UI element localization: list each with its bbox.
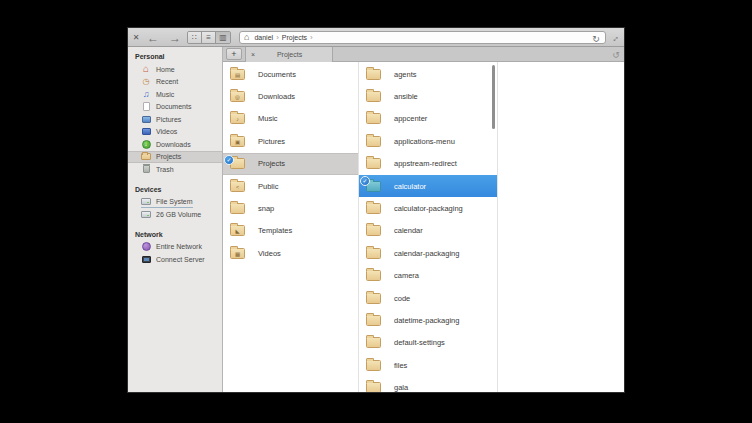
folder-row-datetime-packaging[interactable]: datetime-packaging — [359, 309, 497, 331]
folder-row-ansible[interactable]: ansible — [359, 85, 497, 107]
server-screen-icon — [141, 254, 151, 264]
folder-label: datetime-packaging — [394, 316, 459, 325]
forward-icon[interactable]: → — [164, 28, 186, 47]
folder-label: applications-menu — [394, 137, 455, 146]
sidebar-item-trash[interactable]: Trash — [128, 163, 222, 176]
folder-icon: ◎ — [230, 91, 245, 102]
column-view-icon[interactable]: ▥ — [216, 32, 230, 43]
folder-icon: ▣ — [230, 136, 245, 147]
sidebar-item-label: Documents — [156, 103, 191, 110]
folder-row-calendar-packaging[interactable]: calendar-packaging — [359, 242, 497, 264]
expand-glyph: ↔ — [607, 31, 620, 44]
folder-row-music[interactable]: ♪ Music — [223, 108, 358, 130]
drive-icon — [141, 197, 151, 207]
miller-columns: ▤ Documents ◎ Downloads ♪ Music ▣ Pictur… — [223, 62, 625, 393]
folder-row-files[interactable]: files — [359, 354, 497, 376]
folder-label: camera — [394, 271, 419, 280]
folder-label: files — [394, 361, 407, 370]
sidebar-item-recent[interactable]: ◷ Recent — [128, 76, 222, 89]
music-icon: ♫ — [141, 89, 151, 99]
folder-icon — [366, 91, 381, 102]
folder-row-downloads[interactable]: ◎ Downloads — [223, 85, 358, 107]
folder-icon — [366, 293, 381, 304]
add-tab-button[interactable]: + — [226, 48, 242, 60]
check-badge-icon: ✓ — [224, 155, 234, 165]
sidebar-item-entire-network[interactable]: Entire Network — [128, 241, 222, 254]
sidebar-item-volume[interactable]: 26 GB Volume — [128, 208, 222, 221]
breadcrumb-daniel[interactable]: daniel — [252, 34, 275, 41]
window-close-icon[interactable]: ✕ — [130, 28, 142, 47]
folder-row-default-settings[interactable]: default-settings — [359, 332, 497, 354]
sidebar-item-label: Music — [156, 91, 174, 98]
folder-row-applications-menu[interactable]: applications-menu — [359, 130, 497, 152]
folder-label: calculator-packaging — [394, 204, 463, 213]
home-icon: ⌂ — [244, 33, 249, 42]
folder-row-appstream-redirect[interactable]: appstream-redirect — [359, 153, 497, 175]
folder-row-documents[interactable]: ▤ Documents — [223, 63, 358, 85]
folder-icon — [366, 203, 381, 214]
folder-row-snap[interactable]: snap — [223, 197, 358, 219]
folder-row-code[interactable]: code — [359, 287, 497, 309]
pictures-icon — [141, 114, 151, 124]
folder-label: Documents — [258, 70, 296, 79]
sidebar-item-connect-server[interactable]: Connect Server — [128, 253, 222, 266]
sidebar-item-music[interactable]: ♫ Music — [128, 88, 222, 101]
folder-row-videos[interactable]: ▦ Videos — [223, 242, 358, 264]
sidebar-item-projects[interactable]: Projects — [128, 151, 222, 164]
list-view-icon[interactable]: ≡ — [202, 32, 216, 43]
sidebar-item-label: Recent — [156, 78, 178, 85]
sidebar-item-file-system[interactable]: File System — [128, 196, 222, 209]
column-home: ▤ Documents ◎ Downloads ♪ Music ▣ Pictur… — [223, 62, 359, 393]
sidebar-item-videos[interactable]: Videos — [128, 126, 222, 139]
folder-icon — [366, 136, 381, 147]
folder-row-public[interactable]: < Public — [223, 175, 358, 197]
tab-projects[interactable]: × Projects — [245, 47, 333, 62]
reload-icon[interactable]: ↻ — [590, 32, 602, 45]
path-bar[interactable]: ⌂ daniel › Projects › ↻ — [239, 31, 606, 44]
sidebar-item-pictures[interactable]: Pictures — [128, 113, 222, 126]
drive-icon — [141, 209, 151, 219]
sidebar-item-label: Projects — [156, 153, 181, 160]
toolbar: ✕ ← → ∷ ≡ ▥ ⌂ daniel › Projects › ↻ ↔ — [128, 28, 624, 47]
folder-label: Public — [258, 182, 278, 191]
expand-window-icon[interactable]: ↔ — [607, 28, 621, 47]
folder-label: calendar — [394, 226, 423, 235]
back-icon[interactable]: ← — [142, 28, 164, 47]
folder-icon — [366, 360, 381, 371]
folder-row-calculator-selected[interactable]: ✓ calculator — [359, 175, 497, 197]
sidebar: Personal ⌂ Home ◷ Recent ♫ Music Documen… — [128, 47, 223, 393]
sidebar-item-label: File System — [156, 198, 193, 205]
folder-row-calculator-packaging[interactable]: calculator-packaging — [359, 197, 497, 219]
sidebar-item-downloads[interactable]: ↓ Downloads — [128, 138, 222, 151]
folder-row-pictures[interactable]: ▣ Pictures — [223, 130, 358, 152]
folder-icon — [366, 113, 381, 124]
sidebar-item-label: Trash — [156, 166, 174, 173]
sidebar-item-documents[interactable]: Documents — [128, 101, 222, 114]
folder-row-calendar[interactable]: calendar — [359, 220, 497, 242]
sidebar-item-home[interactable]: ⌂ Home — [128, 63, 222, 76]
document-icon — [141, 102, 151, 112]
folder-label: calendar-packaging — [394, 249, 459, 258]
folder-row-gala[interactable]: gala — [359, 376, 497, 393]
scrollbar-thumb[interactable] — [492, 65, 495, 129]
folder-icon — [366, 225, 381, 236]
folder-row-projects-selected[interactable]: ✓ Projects — [223, 153, 358, 175]
grid-view-icon[interactable]: ∷ — [188, 32, 202, 43]
folder-label: Templates — [258, 226, 292, 235]
restore-tab-history-icon[interactable]: ↺ — [610, 47, 622, 62]
letterbox-background: ✕ ← → ∷ ≡ ▥ ⌂ daniel › Projects › ↻ ↔ Pe… — [0, 0, 752, 423]
recent-icon: ◷ — [141, 77, 151, 87]
column-empty — [498, 62, 625, 393]
tab-bar: + × Projects ↺ — [223, 47, 625, 62]
folder-row-templates[interactable]: ◣ Templates — [223, 220, 358, 242]
folder-icon — [366, 158, 381, 169]
breadcrumb-projects[interactable]: Projects — [280, 34, 309, 41]
downloads-icon: ↓ — [141, 139, 151, 149]
folder-icon — [366, 69, 381, 80]
sidebar-item-label: 26 GB Volume — [156, 211, 201, 218]
folder-row-appcenter[interactable]: appcenter — [359, 108, 497, 130]
network-globe-icon — [141, 242, 151, 252]
folder-row-camera[interactable]: camera — [359, 265, 497, 287]
folder-row-agents[interactable]: agents — [359, 63, 497, 85]
folder-label: default-settings — [394, 338, 445, 347]
